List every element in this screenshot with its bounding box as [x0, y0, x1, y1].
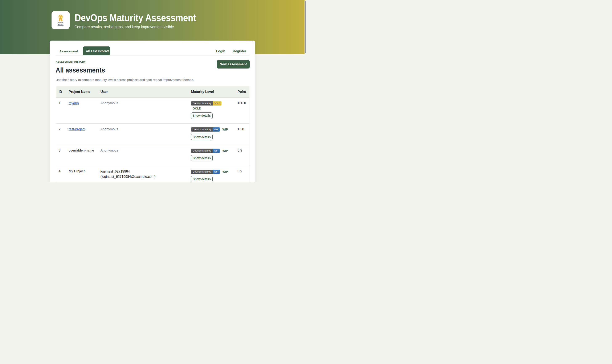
svg-text:DEVOPS: DEVOPS	[58, 22, 63, 23]
svg-text:MATURITY: MATURITY	[58, 24, 63, 25]
